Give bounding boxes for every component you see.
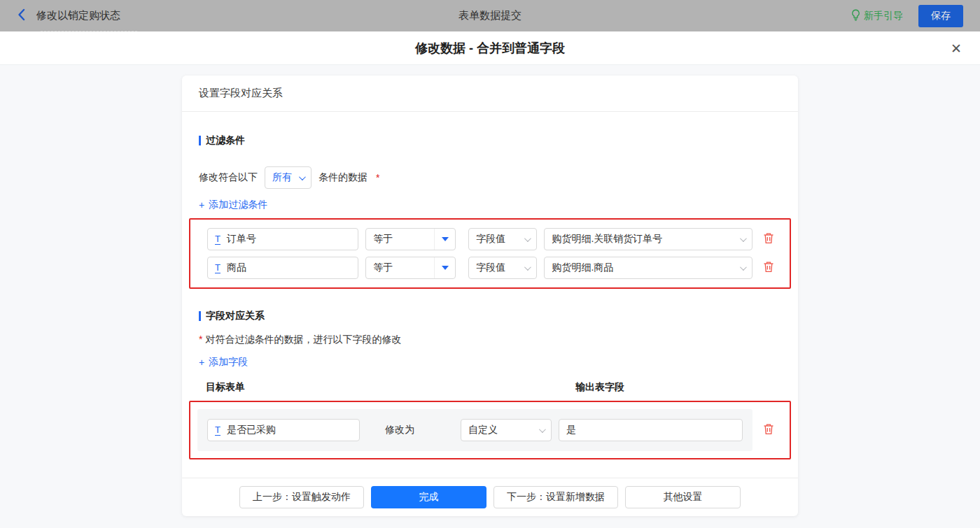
filter-field-label: 订单号 [227,233,256,245]
next-step-button[interactable]: 下一步：设置新增数据 [493,486,618,508]
match-condition-row: 修改符合以下 所有 条件的数据 * [199,166,781,189]
compare-value: 购货明细.关联销货订单号 [552,233,662,245]
plus-icon: + [199,357,204,368]
trash-icon [763,423,774,437]
trash-icon [763,261,774,275]
target-form-column-header: 目标表单 [206,381,575,394]
value-type-select[interactable]: 字段值 [468,228,537,250]
add-field-link[interactable]: + 添加字段 [199,356,248,369]
match-suffix-label: 条件的数据 [318,171,368,184]
save-button[interactable]: 保存 [918,5,963,27]
lightbulb-icon [851,9,860,23]
other-settings-button[interactable]: 其他设置 [625,486,741,508]
mapping-row: T 是否已采购 修改为 自定义 [197,409,752,451]
match-mode-select[interactable]: 所有 [265,166,312,189]
operator-value: 等于 [366,233,434,245]
chevron-down-icon [299,173,306,180]
compare-value-select[interactable]: 购货明细.商品 [544,257,752,279]
delete-row-button[interactable] [763,232,774,246]
dialog-header: 修改数据 - 合并到普通字段 ✕ [0,31,980,65]
page-title: 表单数据提交 [0,9,980,22]
chevron-down-icon [740,264,747,271]
custom-value-input[interactable] [559,419,743,441]
filter-rows-highlight: T 订单号 等于 字段值 购货明细.关联销货订单号 [189,218,791,289]
triangle-down-icon [442,266,449,270]
match-mode-value: 所有 [272,171,292,184]
topbar: 修改以销定购状态 表单数据提交 新手引导 保存 [0,0,980,31]
beginner-guide-link[interactable]: 新手引导 [851,9,903,23]
mapping-row-highlight: T 是否已采购 修改为 自定义 [189,401,791,459]
filter-row: T 订单号 等于 字段值 购货明细.关联销货订单号 [207,228,774,250]
chevron-down-icon [524,264,531,271]
section-marker [199,136,201,145]
operator-select[interactable]: 等于 [365,228,456,250]
operator-caret [434,257,455,278]
value-type-value: 字段值 [476,233,505,245]
text-field-icon: T [215,263,220,273]
card-title: 设置字段对应关系 [182,76,798,112]
filter-row: T 商品 等于 字段值 购货明细.商品 [207,257,774,279]
operator-value: 等于 [366,262,434,274]
dialog-footer: 上一步：设置触发动作 完成 下一步：设置新增数据 其他设置 [182,478,798,516]
compare-value-select[interactable]: 购货明细.关联销货订单号 [544,228,752,250]
prev-step-button[interactable]: 上一步：设置触发动作 [239,486,364,508]
settings-card: 设置字段对应关系 过滤条件 修改符合以下 所有 条件的数据 * + 添加过滤条件 [182,76,798,516]
operator-caret [434,229,455,250]
required-asterisk: * [199,334,202,345]
add-filter-label: 添加过滤条件 [209,199,267,211]
dialog-body: 设置字段对应关系 过滤条件 修改符合以下 所有 条件的数据 * + 添加过滤条件 [0,65,980,528]
output-field-column-header: 输出表字段 [575,381,624,394]
mapping-description-text: 对符合过滤条件的数据，进行以下字段的修改 [205,334,401,345]
match-prefix-label: 修改符合以下 [199,171,258,184]
filter-section-title: 过滤条件 [199,134,781,147]
mapping-description: *对符合过滤条件的数据，进行以下字段的修改 [199,334,781,346]
add-field-label: 添加字段 [209,356,248,369]
chevron-left-icon [17,8,27,23]
chevron-down-icon [539,426,546,433]
target-field-select[interactable]: T 是否已采购 [207,419,360,441]
filter-field-select[interactable]: T 商品 [207,257,358,279]
guide-label: 新手引导 [864,10,903,22]
add-filter-condition-link[interactable]: + 添加过滤条件 [199,199,267,211]
filter-field-label: 商品 [227,262,246,274]
value-type-select[interactable]: 字段值 [468,257,537,279]
required-asterisk: * [376,172,379,183]
section-marker [199,311,201,321]
chevron-down-icon [524,235,531,242]
mapping-section-label: 字段对应关系 [206,310,265,322]
plus-icon: + [199,199,204,211]
value-source-select[interactable]: 自定义 [461,419,552,441]
mapping-section-title: 字段对应关系 [199,310,781,322]
triangle-down-icon [442,237,449,241]
done-button[interactable]: 完成 [371,486,486,508]
delete-row-button[interactable] [763,261,774,275]
filter-field-select[interactable]: T 订单号 [207,228,358,250]
text-field-icon: T [215,425,220,436]
value-type-value: 字段值 [476,262,505,274]
delete-row-button[interactable] [763,423,774,437]
target-field-label: 是否已采购 [227,424,276,436]
text-field-icon: T [215,234,220,245]
filter-section-label: 过滤条件 [206,134,245,147]
trash-icon [763,232,774,246]
modify-to-label: 修改为 [385,424,414,436]
close-icon[interactable]: ✕ [951,41,962,55]
back-button[interactable] [17,8,27,23]
chevron-down-icon [740,235,747,242]
workflow-title[interactable]: 修改以销定购状态 [36,9,120,22]
compare-value: 购货明细.商品 [552,262,613,274]
value-source-value: 自定义 [468,424,498,436]
mapping-column-headers: 目标表单 输出表字段 [199,381,781,401]
operator-select[interactable]: 等于 [365,257,456,279]
dialog-title: 修改数据 - 合并到普通字段 [415,40,565,57]
